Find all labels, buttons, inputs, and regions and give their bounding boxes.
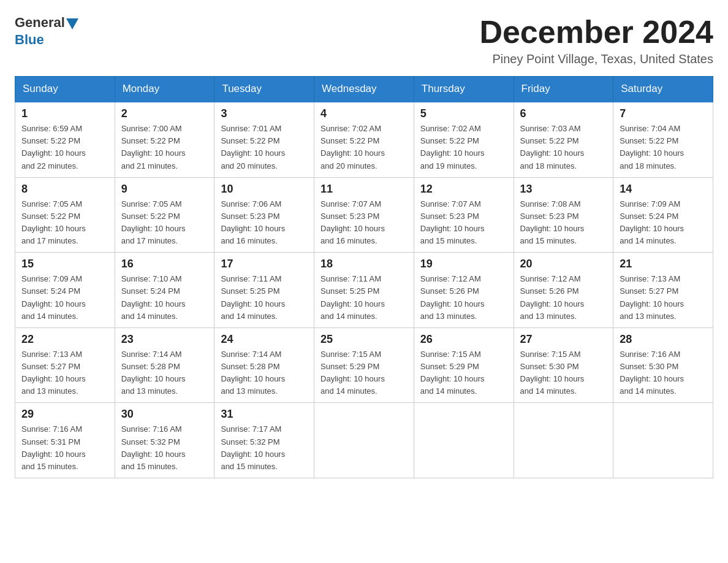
- day-info: Sunrise: 7:07 AMSunset: 5:23 PMDaylight:…: [320, 198, 408, 248]
- calendar-header: SundayMondayTuesdayWednesdayThursdayFrid…: [15, 77, 713, 102]
- calendar-cell: 19Sunrise: 7:12 AMSunset: 5:26 PMDayligh…: [414, 253, 514, 328]
- day-header-friday: Friday: [514, 77, 613, 102]
- day-header-saturday: Saturday: [613, 77, 713, 102]
- day-info: Sunrise: 7:07 AMSunset: 5:23 PMDaylight:…: [420, 198, 507, 248]
- day-number: 16: [121, 258, 208, 270]
- day-info: Sunrise: 7:00 AMSunset: 5:22 PMDaylight:…: [121, 123, 208, 172]
- day-number: 29: [21, 408, 108, 421]
- day-info: Sunrise: 7:13 AMSunset: 5:27 PMDaylight:…: [620, 273, 707, 323]
- page-header: General Blue December 2024 Piney Point V…: [15, 15, 713, 66]
- calendar-cell: 17Sunrise: 7:11 AMSunset: 5:25 PMDayligh…: [214, 253, 314, 328]
- day-number: 20: [520, 258, 607, 270]
- day-info: Sunrise: 6:59 AMSunset: 5:22 PMDaylight:…: [21, 123, 108, 172]
- day-number: 9: [121, 183, 208, 196]
- calendar-cell: 22Sunrise: 7:13 AMSunset: 5:27 PMDayligh…: [15, 327, 115, 403]
- day-number: 31: [221, 408, 308, 421]
- calendar-cell: 1Sunrise: 6:59 AMSunset: 5:22 PMDaylight…: [15, 102, 115, 177]
- calendar-cell: 13Sunrise: 7:08 AMSunset: 5:23 PMDayligh…: [514, 177, 613, 253]
- day-number: 18: [320, 258, 408, 270]
- calendar-cell: 29Sunrise: 7:16 AMSunset: 5:31 PMDayligh…: [15, 403, 115, 478]
- day-number: 17: [221, 258, 308, 270]
- logo-blue-text: Blue: [15, 32, 44, 48]
- calendar-cell: 31Sunrise: 7:17 AMSunset: 5:32 PMDayligh…: [214, 403, 314, 478]
- day-info: Sunrise: 7:15 AMSunset: 5:29 PMDaylight:…: [320, 348, 408, 398]
- calendar-cell: 15Sunrise: 7:09 AMSunset: 5:24 PMDayligh…: [15, 253, 115, 328]
- calendar-cell: 24Sunrise: 7:14 AMSunset: 5:28 PMDayligh…: [214, 327, 314, 403]
- week-row-1: 1Sunrise: 6:59 AMSunset: 5:22 PMDaylight…: [15, 102, 713, 177]
- week-row-2: 8Sunrise: 7:05 AMSunset: 5:22 PMDaylight…: [15, 177, 713, 253]
- day-number: 19: [420, 258, 507, 270]
- calendar-cell: 30Sunrise: 7:16 AMSunset: 5:32 PMDayligh…: [115, 403, 214, 478]
- logo-general-text: General: [15, 15, 65, 31]
- calendar-cell: 6Sunrise: 7:03 AMSunset: 5:22 PMDaylight…: [514, 102, 613, 177]
- day-info: Sunrise: 7:16 AMSunset: 5:32 PMDaylight:…: [121, 423, 208, 473]
- calendar-cell: [613, 403, 713, 478]
- day-number: 1: [21, 107, 108, 120]
- calendar-cell: 25Sunrise: 7:15 AMSunset: 5:29 PMDayligh…: [314, 327, 414, 403]
- day-number: 15: [21, 258, 108, 270]
- day-number: 8: [21, 183, 108, 196]
- day-header-monday: Monday: [115, 77, 214, 102]
- calendar-cell: 2Sunrise: 7:00 AMSunset: 5:22 PMDaylight…: [115, 102, 214, 177]
- calendar-cell: 27Sunrise: 7:15 AMSunset: 5:30 PMDayligh…: [514, 327, 613, 403]
- day-info: Sunrise: 7:17 AMSunset: 5:32 PMDaylight:…: [221, 423, 308, 473]
- day-header-tuesday: Tuesday: [214, 77, 314, 102]
- day-header-thursday: Thursday: [414, 77, 514, 102]
- day-number: 10: [221, 183, 308, 196]
- day-number: 3: [221, 107, 308, 120]
- calendar-cell: 20Sunrise: 7:12 AMSunset: 5:26 PMDayligh…: [514, 253, 613, 328]
- day-info: Sunrise: 7:05 AMSunset: 5:22 PMDaylight:…: [21, 198, 108, 248]
- day-number: 4: [320, 107, 408, 120]
- day-number: 12: [420, 183, 507, 196]
- day-info: Sunrise: 7:01 AMSunset: 5:22 PMDaylight:…: [221, 123, 308, 172]
- day-info: Sunrise: 7:15 AMSunset: 5:29 PMDaylight:…: [420, 348, 507, 398]
- day-number: 6: [520, 107, 607, 120]
- calendar-cell: 21Sunrise: 7:13 AMSunset: 5:27 PMDayligh…: [613, 253, 713, 328]
- calendar-cell: 5Sunrise: 7:02 AMSunset: 5:22 PMDaylight…: [414, 102, 514, 177]
- day-header-sunday: Sunday: [15, 77, 115, 102]
- calendar-cell: 26Sunrise: 7:15 AMSunset: 5:29 PMDayligh…: [414, 327, 514, 403]
- calendar-cell: [314, 403, 414, 478]
- day-info: Sunrise: 7:16 AMSunset: 5:31 PMDaylight:…: [21, 423, 108, 473]
- calendar-cell: [414, 403, 514, 478]
- day-number: 14: [620, 183, 707, 196]
- day-info: Sunrise: 7:11 AMSunset: 5:25 PMDaylight:…: [320, 273, 408, 323]
- week-row-5: 29Sunrise: 7:16 AMSunset: 5:31 PMDayligh…: [15, 403, 713, 478]
- day-info: Sunrise: 7:14 AMSunset: 5:28 PMDaylight:…: [121, 348, 208, 398]
- day-info: Sunrise: 7:15 AMSunset: 5:30 PMDaylight:…: [520, 348, 607, 398]
- day-info: Sunrise: 7:11 AMSunset: 5:25 PMDaylight:…: [221, 273, 308, 323]
- calendar-cell: 7Sunrise: 7:04 AMSunset: 5:22 PMDaylight…: [613, 102, 713, 177]
- day-info: Sunrise: 7:06 AMSunset: 5:23 PMDaylight:…: [221, 198, 308, 248]
- day-number: 7: [620, 107, 707, 120]
- days-of-week-row: SundayMondayTuesdayWednesdayThursdayFrid…: [15, 77, 713, 102]
- calendar-cell: 14Sunrise: 7:09 AMSunset: 5:24 PMDayligh…: [613, 177, 713, 253]
- day-number: 25: [320, 333, 408, 346]
- title-section: December 2024 Piney Point Village, Texas…: [479, 15, 713, 66]
- calendar-body: 1Sunrise: 6:59 AMSunset: 5:22 PMDaylight…: [15, 102, 713, 478]
- calendar-cell: 16Sunrise: 7:10 AMSunset: 5:24 PMDayligh…: [115, 253, 214, 328]
- day-info: Sunrise: 7:05 AMSunset: 5:22 PMDaylight:…: [121, 198, 208, 248]
- day-info: Sunrise: 7:12 AMSunset: 5:26 PMDaylight:…: [420, 273, 507, 323]
- day-info: Sunrise: 7:09 AMSunset: 5:24 PMDaylight:…: [21, 273, 108, 323]
- day-info: Sunrise: 7:12 AMSunset: 5:26 PMDaylight:…: [520, 273, 607, 323]
- day-header-wednesday: Wednesday: [314, 77, 414, 102]
- day-number: 5: [420, 107, 507, 120]
- day-number: 27: [520, 333, 607, 346]
- calendar-cell: 11Sunrise: 7:07 AMSunset: 5:23 PMDayligh…: [314, 177, 414, 253]
- day-info: Sunrise: 7:13 AMSunset: 5:27 PMDaylight:…: [21, 348, 108, 398]
- calendar-cell: [514, 403, 613, 478]
- location-subtitle: Piney Point Village, Texas, United State…: [479, 52, 713, 66]
- day-info: Sunrise: 7:03 AMSunset: 5:22 PMDaylight:…: [520, 123, 607, 172]
- calendar-cell: 9Sunrise: 7:05 AMSunset: 5:22 PMDaylight…: [115, 177, 214, 253]
- day-number: 26: [420, 333, 507, 346]
- day-info: Sunrise: 7:16 AMSunset: 5:30 PMDaylight:…: [620, 348, 707, 398]
- month-title: December 2024: [479, 15, 713, 50]
- day-number: 11: [320, 183, 408, 196]
- day-info: Sunrise: 7:14 AMSunset: 5:28 PMDaylight:…: [221, 348, 308, 398]
- week-row-4: 22Sunrise: 7:13 AMSunset: 5:27 PMDayligh…: [15, 327, 713, 403]
- logo: General Blue: [15, 15, 78, 48]
- day-number: 22: [21, 333, 108, 346]
- day-number: 23: [121, 333, 208, 346]
- day-number: 30: [121, 408, 208, 421]
- calendar-cell: 4Sunrise: 7:02 AMSunset: 5:22 PMDaylight…: [314, 102, 414, 177]
